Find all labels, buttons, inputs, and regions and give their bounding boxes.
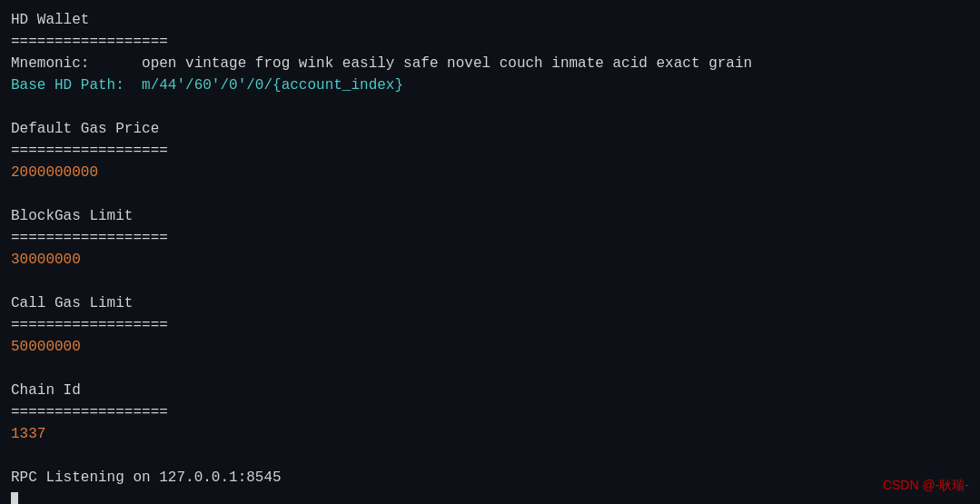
terminal-line-empty5 [11,445,969,467]
terminal-line-empty1 [11,96,969,118]
terminal-line-empty2 [11,183,969,205]
terminal-content: HD Wallet==================Mnemonic: ope… [11,9,969,504]
terminal-line-empty4 [11,358,969,380]
terminal-line-hd-wallet-title: HD Wallet [11,9,969,31]
terminal-line-mnemonic-label: Mnemonic: open vintage frog wink easily … [11,53,969,74]
terminal-line-blockgas-value: 30000000 [11,249,969,271]
terminal-line-empty3 [11,271,969,292]
terminal-line-blockgas-title: BlockGas Limit [11,205,969,227]
terminal-line-call-gas-title: Call Gas Limit [11,292,969,314]
terminal-line-call-gas-value: 50000000 [11,336,969,358]
terminal-line-chain-id-sep: ================== [11,401,969,423]
terminal-window: HD Wallet==================Mnemonic: ope… [0,0,980,504]
terminal-line-base-hd-path: Base HD Path: m/44'/60'/0'/0/{account_in… [11,74,969,96]
terminal-line-blockgas-sep: ================== [11,227,969,249]
terminal-line-chain-id-value: 1337 [11,423,969,445]
watermark: CSDN @-耿瑞- [883,476,969,495]
terminal-line-hd-wallet-sep: ================== [11,31,969,53]
terminal-line-call-gas-sep: ================== [11,314,969,336]
terminal-line-default-gas-title: Default Gas Price [11,118,969,140]
terminal-line-chain-id-title: Chain Id [11,380,969,401]
terminal-line-rpc-listening: RPC Listening on 127.0.0.1:8545 [11,467,969,489]
terminal-line-default-gas-value: 2000000000 [11,162,969,183]
terminal-line-default-gas-sep: ================== [11,140,969,162]
cursor-line [11,489,969,504]
cursor [11,492,18,504]
